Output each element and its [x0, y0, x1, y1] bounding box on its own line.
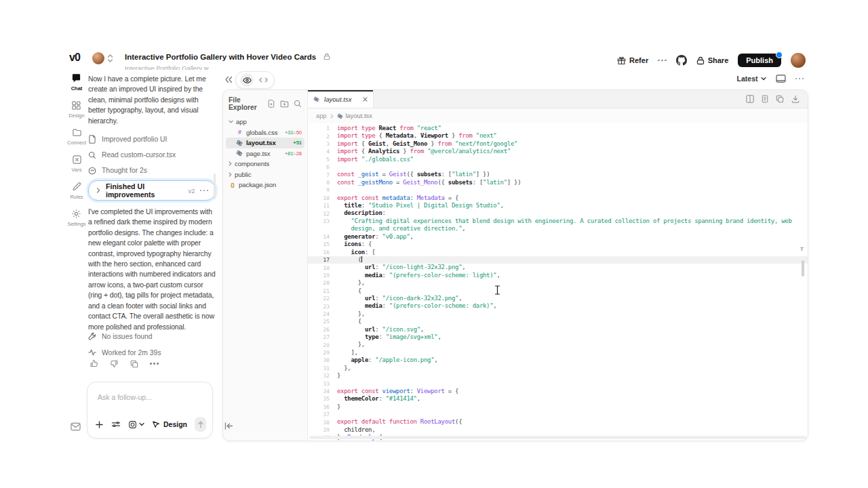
version-card-more-icon[interactable] [200, 190, 209, 192]
code-line[interactable]: 7const _geist = Geist({ subsets: ["latin… [308, 171, 808, 178]
search-files-icon[interactable] [294, 100, 302, 108]
code-line[interactable]: 9 [308, 186, 808, 194]
code-line[interactable]: 11 title: "Studio Pixel | Digital Design… [308, 202, 808, 209]
code-area[interactable]: 1import type React from "react"2import t… [308, 123, 808, 441]
code-line[interactable]: 4import { Analytics } from "@vercel/anal… [308, 148, 808, 155]
github-icon[interactable] [676, 55, 687, 66]
design-mode-button[interactable]: Design [152, 420, 187, 428]
tab-layout-tsx[interactable]: layout.tsx [308, 90, 374, 108]
user-avatar[interactable] [791, 53, 806, 68]
file-row-page-tsx[interactable]: page.tsx +81/-28 [226, 148, 304, 159]
settings-sliders-icon[interactable] [111, 420, 121, 428]
task-improved-portfolio[interactable]: Improved portfolio UI [88, 131, 216, 147]
code-line[interactable]: 8const _geistMono = Geist_Mono({ subsets… [308, 179, 808, 186]
code-line[interactable]: 33 [308, 380, 808, 387]
code-line[interactable]: 28 }, [308, 341, 808, 348]
code-line[interactable]: 24 }, [308, 310, 808, 318]
sidebar-item-rules[interactable]: Rules [70, 182, 83, 200]
sidebar-item-connect[interactable]: Connect [67, 127, 86, 146]
code-line[interactable]: 16 icon: [ [308, 249, 808, 256]
code-line[interactable]: 32} [308, 372, 808, 380]
send-button[interactable] [195, 417, 206, 432]
project-avatar[interactable] [92, 52, 104, 64]
code-line[interactable]: 38export default function RootLayout({ [308, 418, 808, 426]
share-button[interactable]: Share [696, 56, 729, 65]
code-line[interactable]: 19 media: "(prefers-color-scheme: light)… [308, 272, 808, 279]
breadcrumb-file[interactable]: layout.tsx [337, 113, 372, 119]
preview-window-icon[interactable] [776, 75, 786, 83]
task-thought[interactable]: Thought for 2s [88, 163, 216, 178]
model-selector[interactable] [128, 420, 144, 429]
v0-logo[interactable]: v0 [69, 52, 80, 64]
code-line[interactable]: 12 description: [308, 209, 808, 217]
page-title[interactable]: Interactive Portfolio Gallery with Hover… [125, 53, 316, 61]
code-line[interactable]: 13 "Crafting digital experiences that bl… [308, 218, 808, 225]
sidebar-item-chat[interactable]: Chat [71, 73, 83, 92]
publish-button[interactable]: Publish [738, 54, 781, 67]
project-switcher-chevrons-icon[interactable] [107, 54, 113, 63]
file-row-package-json[interactable]: { } package.json [226, 180, 304, 190]
new-folder-icon[interactable] [280, 100, 289, 108]
file-outline-icon[interactable] [762, 95, 768, 103]
code-line[interactable]: 21 { [308, 287, 808, 295]
followup-input[interactable] [96, 392, 201, 402]
file-row-globals-css[interactable]: # globals.css +31/-50 [226, 127, 304, 138]
code-line[interactable]: 10export const metadata: Metadata = { [308, 195, 808, 202]
code-line[interactable]: 31 }, [308, 365, 808, 372]
code-line[interactable]: 3import { Geist, Geist_Mono } from "next… [308, 140, 808, 148]
collapse-chat-icon[interactable] [224, 76, 233, 83]
code-line[interactable]: 14 generator: "v0.app", [308, 233, 808, 241]
code-line[interactable]: 29 ], [308, 349, 808, 357]
sidebar-item-vars[interactable]: Vars [72, 155, 82, 173]
new-file-icon[interactable] [267, 100, 275, 108]
code-line[interactable]: 23 media: "(prefers-color-scheme: dark)"… [308, 302, 808, 310]
code-line[interactable]: 35 themeColor: "#141414", [308, 395, 808, 403]
code-line[interactable]: 2import type { Metadata, Viewport } from… [308, 132, 808, 140]
folder-row-components[interactable]: components [226, 159, 304, 169]
thumbs-down-icon[interactable] [110, 359, 119, 368]
preview-eye-icon[interactable] [240, 73, 254, 87]
horizontal-scrollbar[interactable] [309, 436, 806, 439]
code-line[interactable]: 1import type React from "react" [308, 125, 808, 132]
split-view-icon[interactable] [746, 95, 754, 103]
folder-row-public[interactable]: public [226, 169, 304, 180]
code-line[interactable]: 17 { [308, 256, 808, 264]
code-line[interactable]: 15 icons: { [308, 241, 808, 248]
inbox-mail-icon[interactable] [71, 422, 81, 431]
folder-row-app[interactable]: app [226, 117, 304, 127]
code-line[interactable]: 37 [308, 411, 808, 418]
version-card-finished-ui[interactable]: Finished UI improvements v2 [88, 180, 216, 201]
sidebar-item-design[interactable]: Design [68, 100, 84, 119]
vertical-scrollbar[interactable] [802, 260, 804, 277]
close-tab-icon[interactable] [363, 97, 368, 102]
code-line[interactable]: design, and creative direction.", [308, 225, 808, 232]
code-line[interactable]: 34export const viewport: Viewport = { [308, 388, 808, 395]
code-line[interactable]: 20 }, [308, 279, 808, 287]
code-line[interactable]: 36} [308, 403, 808, 411]
header-more-icon[interactable] [658, 60, 667, 62]
thumbs-up-icon[interactable] [90, 359, 98, 368]
copy-icon[interactable] [776, 95, 784, 103]
download-icon[interactable] [791, 95, 800, 103]
sidebar-item-settings[interactable]: Settings [67, 209, 85, 227]
copy-icon[interactable] [130, 360, 138, 368]
editor-more-icon[interactable] [795, 78, 804, 80]
status-no-issues[interactable]: No issues found [88, 328, 216, 344]
code-line[interactable]: 5import "./globals.css" [308, 156, 808, 163]
code-line[interactable]: 30 apple: "/apple-icon.png", [308, 357, 808, 364]
code-line[interactable]: 22 url: "/icon-dark-32x32.png", [308, 295, 808, 302]
code-line[interactable]: 39 children, [308, 426, 808, 434]
code-line[interactable]: 27 type: "image/svg+xml", [308, 333, 808, 341]
code-line[interactable]: 25 { [308, 318, 808, 325]
code-line[interactable]: 26 url: "/icon.svg", [308, 326, 808, 333]
refer-button[interactable]: Refer [617, 56, 648, 65]
add-attachment-icon[interactable] [95, 420, 104, 429]
code-line[interactable]: 6 [308, 163, 808, 171]
message-more-icon[interactable] [150, 363, 159, 365]
task-read-custom-cursor[interactable]: Read custom-cursor.tsx [88, 147, 216, 163]
status-worked-duration[interactable]: Worked for 2m 39s [88, 344, 216, 361]
code-view-icon[interactable] [256, 73, 270, 87]
code-line[interactable]: 18 url: "/icon-light-32x32.png", [308, 264, 808, 271]
version-selector[interactable]: Latest [737, 75, 766, 83]
file-row-layout-tsx[interactable]: layout.tsx +51 [226, 138, 304, 148]
